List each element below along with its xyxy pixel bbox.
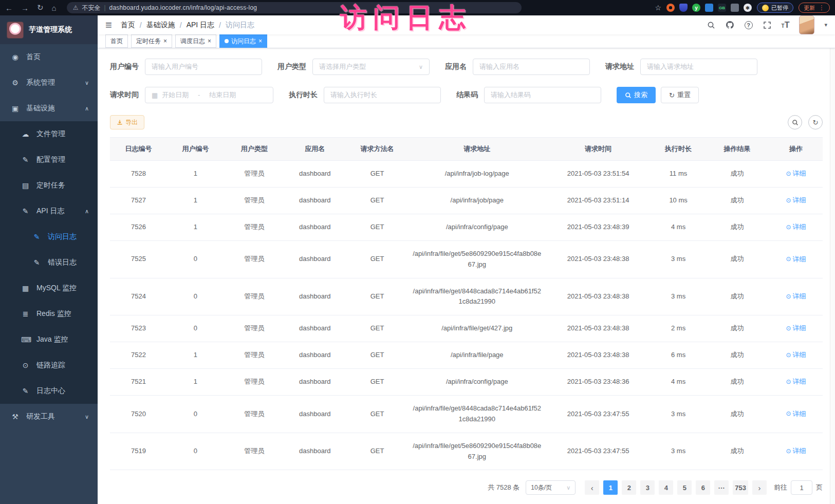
- toggle-search-button[interactable]: [788, 115, 802, 129]
- browser-home-icon[interactable]: ⌂: [52, 4, 57, 12]
- app-logo[interactable]: 芋道管理系统: [0, 15, 98, 44]
- sidebar-item-config[interactable]: ✎ 配置管理: [0, 147, 98, 173]
- fullscreen-icon[interactable]: [763, 21, 772, 30]
- kebab-menu-icon[interactable]: ⋮: [819, 4, 825, 11]
- sidebar-toggle-icon[interactable]: ≡: [105, 20, 112, 31]
- page-button-3[interactable]: 3: [640, 480, 655, 495]
- page-button-6[interactable]: 6: [696, 480, 710, 495]
- detail-link[interactable]: ⊙ 详细: [786, 377, 806, 387]
- sidebar-item-infra[interactable]: ▣ 基础设施 ∧: [0, 96, 98, 121]
- tab-close-icon[interactable]: ×: [163, 38, 167, 45]
- table-row[interactable]: 7524 0 管理员 dashboard GET /api/infra/file…: [110, 278, 823, 315]
- sidebar-item-log-center[interactable]: ✎ 日志中心: [0, 378, 98, 404]
- page-button-5[interactable]: 5: [677, 480, 692, 495]
- sidebar-item-error-log[interactable]: ✎ 错误日志: [0, 250, 98, 275]
- table-row[interactable]: 7525 0 管理员 dashboard GET /api/infra/file…: [110, 241, 823, 278]
- sidebar-item-system[interactable]: ⚙ 系统管理 ∨: [0, 70, 98, 96]
- edit-icon: ✎: [21, 156, 30, 164]
- page-button-4[interactable]: 4: [659, 480, 673, 495]
- page-button-753[interactable]: 753: [733, 480, 748, 495]
- address-bar[interactable]: ⚠ 不安全 | dashboard.yudao.iocoder.cn/infra…: [67, 2, 522, 13]
- tab-close-icon[interactable]: ×: [258, 38, 262, 45]
- sidebar-item-home[interactable]: ◉ 首页: [0, 44, 98, 70]
- result-code-input[interactable]: 请输入结果码: [484, 87, 601, 103]
- refresh-button[interactable]: ↻: [808, 115, 823, 129]
- breadcrumb-infra[interactable]: 基础设施: [146, 21, 175, 30]
- breadcrumb-home[interactable]: 首页: [121, 21, 135, 30]
- avatar-caret-icon[interactable]: ▾: [824, 22, 827, 28]
- detail-link[interactable]: ⊙ 详细: [786, 169, 806, 179]
- prev-page-button[interactable]: ‹: [585, 480, 599, 495]
- sidebar-item-api-log[interactable]: ✎ API 日志 ∧: [0, 198, 98, 224]
- tab-jobs[interactable]: 定时任务 ×: [131, 34, 172, 48]
- next-page-button[interactable]: ›: [752, 480, 767, 495]
- dark-extension-icon[interactable]: GB: [718, 4, 726, 12]
- user-id-input[interactable]: 请输入用户编号: [145, 59, 262, 75]
- table-row[interactable]: 7520 0 管理员 dashboard GET /api/infra/file…: [110, 396, 823, 433]
- font-size-icon[interactable]: TT: [782, 21, 790, 30]
- tab-home[interactable]: 首页: [105, 34, 128, 48]
- export-button[interactable]: 导出: [110, 115, 144, 129]
- user-avatar[interactable]: [799, 15, 814, 34]
- user-type-select[interactable]: 请选择用户类型 ∨: [312, 59, 430, 75]
- tab-job-log[interactable]: 调度日志 ×: [175, 34, 216, 48]
- browser-forward-icon[interactable]: →: [21, 4, 29, 12]
- request-time-label: 请求时间: [110, 90, 139, 100]
- duration-input[interactable]: 请输入执行时长: [324, 87, 441, 103]
- help-icon[interactable]: ?: [745, 21, 753, 29]
- update-button[interactable]: 更新 ⋮: [799, 3, 830, 13]
- table-row[interactable]: 7528 1 管理员 dashboard GET /api/infra/job-…: [110, 161, 823, 188]
- table-row[interactable]: 7519 0 管理员 dashboard GET /api/infra/file…: [110, 433, 823, 470]
- sidebar-item-access-log[interactable]: ✎ 访问日志: [0, 224, 98, 250]
- sidebar-item-jobs[interactable]: ▤ 定时任务: [0, 173, 98, 198]
- detail-link[interactable]: ⊙ 详细: [786, 323, 806, 334]
- page-size-select[interactable]: 10条/页 ∨: [526, 480, 576, 495]
- bookmark-star-icon[interactable]: ☆: [655, 4, 661, 12]
- goto-page-input[interactable]: 1: [791, 480, 812, 495]
- search-icon[interactable]: [707, 21, 716, 30]
- browser-reload-icon[interactable]: ↻: [37, 3, 44, 12]
- reset-button[interactable]: ↻ 重置: [661, 87, 699, 103]
- cloud-upload-icon: ☁: [21, 130, 30, 138]
- orange-extension-icon[interactable]: [666, 4, 675, 12]
- sidebar-item-trace[interactable]: ⊙ 链路追踪: [0, 352, 98, 378]
- table-row[interactable]: 7522 1 管理员 dashboard GET /api/infra/file…: [110, 342, 823, 369]
- page-button-2[interactable]: 2: [622, 480, 636, 495]
- gray-extension-icon[interactable]: [731, 4, 739, 12]
- date-range-picker[interactable]: ▦ 开始日期 - 结束日期: [145, 87, 273, 103]
- browser-back-icon[interactable]: ←: [5, 4, 13, 12]
- app-name-input[interactable]: 请输入应用名: [473, 59, 590, 75]
- table-row[interactable]: 7526 1 管理员 dashboard GET /api/infra/conf…: [110, 214, 823, 241]
- detail-link[interactable]: ⊙ 详细: [786, 222, 806, 233]
- sidebar-item-file[interactable]: ☁ 文件管理: [0, 121, 98, 147]
- detail-link[interactable]: ⊙ 详细: [786, 254, 806, 265]
- sidebar-item-java[interactable]: ⌨ Java 监控: [0, 327, 98, 352]
- page-button-more[interactable]: ···: [714, 480, 729, 495]
- detail-link[interactable]: ⊙ 详细: [786, 291, 806, 302]
- sidebar-item-devtools[interactable]: ⚒ 研发工具 ∨: [0, 404, 98, 430]
- green-extension-icon[interactable]: y: [692, 4, 700, 12]
- breadcrumb-api-log[interactable]: API 日志: [187, 21, 214, 30]
- user-id-cell: 1: [167, 369, 224, 396]
- detail-link[interactable]: ⊙ 详细: [786, 195, 806, 206]
- blue-extension-icon[interactable]: [705, 4, 713, 12]
- page-button-1[interactable]: 1: [603, 480, 618, 495]
- sidebar-item-mysql[interactable]: ▦ MySQL 监控: [0, 275, 98, 301]
- detail-link[interactable]: ⊙ 详细: [786, 350, 806, 361]
- search-button[interactable]: 搜索: [617, 87, 656, 103]
- table-row[interactable]: 7527 1 管理员 dashboard GET /api/infra/job/…: [110, 188, 823, 214]
- paused-badge[interactable]: 已暂停: [757, 3, 793, 13]
- tab-access-log[interactable]: 访问日志 ×: [219, 34, 267, 48]
- detail-link[interactable]: ⊙ 详细: [786, 409, 806, 420]
- github-icon[interactable]: [726, 21, 735, 30]
- vertical-scrollbar[interactable]: [830, 15, 835, 504]
- sidebar-item-redis[interactable]: ≣ Redis 监控: [0, 301, 98, 327]
- detail-link[interactable]: ⊙ 详细: [786, 446, 806, 457]
- paw-extension-icon[interactable]: ✱: [744, 4, 752, 12]
- shield-extension-icon[interactable]: [679, 4, 688, 12]
- request-url-input[interactable]: 请输入请求地址: [640, 59, 757, 75]
- table-row[interactable]: 7521 1 管理员 dashboard GET /api/infra/conf…: [110, 369, 823, 396]
- tab-close-icon[interactable]: ×: [208, 38, 211, 45]
- table-row[interactable]: 7523 0 管理员 dashboard GET /api/infra/file…: [110, 315, 823, 342]
- edit-square-icon: ✎: [32, 258, 41, 267]
